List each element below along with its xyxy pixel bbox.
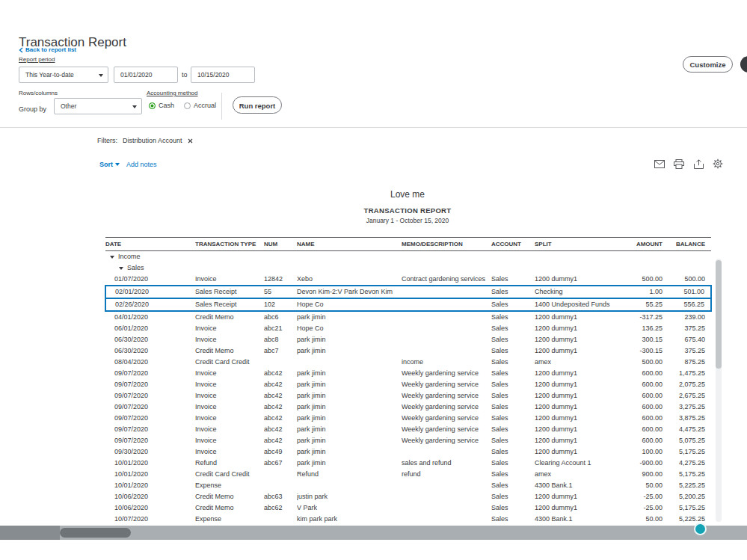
table-row[interactable]: 10/01/2020Refundabc67park jiminsales and… <box>105 458 711 469</box>
vertical-scrollbar-thumb[interactable] <box>716 260 722 369</box>
table-row[interactable]: 06/30/2020Invoiceabc8park jiminSales1200… <box>105 334 711 345</box>
table-row[interactable]: 10/06/2020Credit Memoabc63justin parkSal… <box>105 491 711 502</box>
table-row[interactable]: 06/01/2020Invoiceabc21Hope CoSales1200 d… <box>105 323 711 334</box>
cell-type: Invoice <box>195 390 264 401</box>
cell-num: abc42 <box>264 413 297 424</box>
report-panel: Sort Add notes Love <box>96 153 736 526</box>
date-from-input[interactable]: 01/01/2020 <box>114 67 178 83</box>
column-header-date[interactable]: DATE <box>105 238 195 251</box>
group-row-income[interactable]: Income <box>105 251 711 263</box>
cell-account: Sales <box>491 368 535 379</box>
table-row[interactable]: 09/30/2020Invoiceabc49park jiminSales120… <box>105 446 711 458</box>
table-row[interactable]: 09/07/2020Invoiceabc42park jiminWeekly g… <box>105 413 711 424</box>
table-row[interactable]: 09/07/2020Invoiceabc42park jiminWeekly g… <box>105 435 711 446</box>
group-row-sales[interactable]: Sales <box>105 262 711 274</box>
column-header-type[interactable]: TRANSACTION TYPE <box>195 238 264 251</box>
cell-type: Invoice <box>195 274 264 286</box>
cell-num: abc62 <box>264 502 297 514</box>
table-row[interactable]: 08/04/2020Credit Card CreditincomeSalesa… <box>105 357 711 368</box>
cell-balance: 675.40 <box>663 334 711 345</box>
column-header-name[interactable]: NAME <box>297 238 402 251</box>
assistant-button[interactable] <box>694 523 707 535</box>
remove-filter-icon[interactable] <box>188 138 193 144</box>
back-to-report-list-link[interactable]: Back to report list <box>19 46 76 53</box>
cell-amount: -25.00 <box>620 491 663 502</box>
table-row[interactable]: 10/01/2020ExpenseSales4300 Bank.150.005,… <box>105 480 711 491</box>
cell-num: abc8 <box>264 334 297 345</box>
panel-toolbar-icons <box>654 158 724 170</box>
cash-radio[interactable]: Cash <box>149 102 174 109</box>
group-by-dropdown[interactable]: Other <box>54 98 142 114</box>
column-header-amount[interactable]: AMOUNT <box>620 238 663 251</box>
cell-amount: -317.25 <box>620 311 663 323</box>
cell-name: Hope Co <box>297 298 402 311</box>
table-row[interactable]: 02/26/2020Sales Receipt102Hope CoSales14… <box>105 298 711 311</box>
table-row[interactable]: 09/07/2020Invoiceabc42park jiminWeekly g… <box>105 379 711 390</box>
cell-date: 02/01/2020 <box>105 286 195 298</box>
report-period-dropdown[interactable]: This Year-to-date <box>19 67 108 83</box>
cell-name: Xebo <box>297 274 402 286</box>
accounting-method-radios: Cash Accrual <box>149 102 216 109</box>
horizontal-scrollbar-thumb[interactable] <box>60 528 131 538</box>
date-to-input[interactable]: 10/15/2020 <box>191 67 255 83</box>
table-row[interactable]: 10/07/2020Expensekim park parkSales4300 … <box>105 514 711 525</box>
cell-split: 1400 Undeposited Funds <box>535 298 620 311</box>
cell-name: park jimin <box>297 379 402 390</box>
column-header-memo[interactable]: MEMO/DESCRIPTION <box>402 238 491 251</box>
cell-split: 1200 dummy1 <box>535 446 620 458</box>
column-header-account[interactable]: ACCOUNT <box>491 238 535 251</box>
horizontal-scrollbar[interactable] <box>0 526 747 540</box>
table-row[interactable]: 02/01/2020Sales Receipt55Devon Kim-2:V P… <box>105 286 711 298</box>
cell-type: Sales Receipt <box>195 298 264 311</box>
cell-date: 10/01/2020 <box>105 458 195 469</box>
cell-balance: 5,175.25 <box>663 502 711 514</box>
table-row[interactable]: 04/01/2020Credit Memoabc6park jiminSales… <box>105 311 711 323</box>
accrual-radio[interactable]: Accrual <box>184 102 216 109</box>
partial-edge-button[interactable] <box>740 56 747 73</box>
email-icon[interactable] <box>654 158 665 170</box>
run-report-button[interactable]: Run report <box>233 96 282 114</box>
filter-chip: Distribution Account <box>123 137 182 144</box>
cell-date: 10/06/2020 <box>105 491 195 502</box>
collapse-triangle-icon[interactable] <box>110 256 114 259</box>
table-row[interactable]: 09/07/2020Invoiceabc42park jiminWeekly g… <box>105 424 711 435</box>
cell-name: park jimin <box>297 413 402 424</box>
cell-amount: 50.00 <box>620 514 663 525</box>
add-notes-link[interactable]: Add notes <box>126 161 157 168</box>
cell-memo <box>402 480 491 491</box>
table-header-row: DATETRANSACTION TYPENUMNAMEMEMO/DESCRIPT… <box>105 238 711 251</box>
cell-type: Sales Receipt <box>195 286 264 298</box>
table-row[interactable]: 09/07/2020Invoiceabc42park jiminWeekly g… <box>105 390 711 401</box>
table-row[interactable]: 10/06/2020Credit Memoabc62V ParkSales120… <box>105 502 711 514</box>
cell-memo: Contract gardening services <box>402 274 491 286</box>
table-row[interactable]: 01/07/2020Invoice12842XeboContract garde… <box>105 274 711 286</box>
export-icon[interactable] <box>692 158 704 170</box>
collapse-triangle-icon[interactable] <box>119 267 123 270</box>
print-icon[interactable] <box>673 158 685 170</box>
table-row[interactable]: 10/01/2020Credit Card CreditRefundrefund… <box>105 469 711 480</box>
cell-name: park jimin <box>297 334 402 345</box>
cell-date: 02/26/2020 <box>105 298 195 311</box>
cell-date: 09/07/2020 <box>105 368 195 379</box>
cell-split: 1200 dummy1 <box>535 368 620 379</box>
cell-account: Sales <box>491 480 535 491</box>
settings-icon[interactable] <box>712 158 724 170</box>
table-row[interactable]: 06/30/2020Credit Memoabc7park jiminSales… <box>105 345 711 357</box>
cell-type: Refund <box>195 458 264 469</box>
customize-button[interactable]: Customize <box>683 56 733 73</box>
cell-name: park jimin <box>297 435 402 446</box>
table-row[interactable]: 09/07/2020Invoiceabc42park jiminWeekly g… <box>105 368 711 379</box>
sort-dropdown[interactable]: Sort <box>99 161 120 168</box>
vertical-scrollbar[interactable] <box>716 259 722 522</box>
cell-name: kim park park <box>297 514 402 525</box>
column-header-balance[interactable]: BALANCE <box>663 238 711 251</box>
column-header-split[interactable]: SPLIT <box>535 238 620 251</box>
report-table-body: IncomeSales01/07/2020Invoice12842XeboCon… <box>105 251 711 526</box>
table-row[interactable]: 09/07/2020Invoiceabc42park jiminWeekly g… <box>105 401 711 413</box>
cell-amount: 100.00 <box>620 446 663 458</box>
cell-balance: 1,475.25 <box>663 368 711 379</box>
cell-balance: 500.00 <box>663 274 711 286</box>
section-divider <box>0 127 747 128</box>
column-header-num[interactable]: NUM <box>264 238 297 251</box>
cell-split: 1200 dummy1 <box>535 379 620 390</box>
